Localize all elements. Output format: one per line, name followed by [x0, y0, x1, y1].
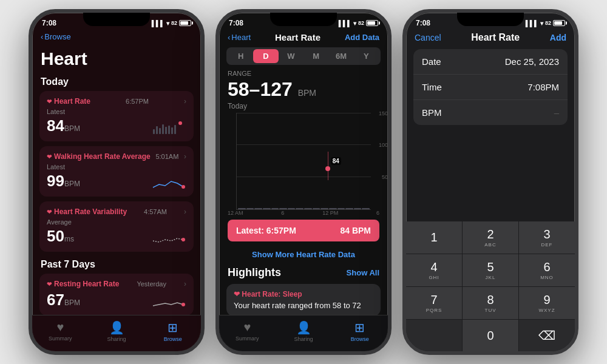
notch-2	[270, 13, 337, 26]
svg-point-11	[181, 303, 185, 306]
svg-rect-4	[165, 127, 167, 134]
tab-bar-2: ♥ Summary 👤 Sharing ⊞ Browse	[219, 315, 388, 351]
nav-bar-1: ‹ Browse	[32, 31, 201, 45]
tab-H[interactable]: H	[228, 49, 253, 63]
tab-6M[interactable]: 6M	[328, 49, 353, 63]
form-section: Date Dec 25, 2023 Time 7:08PM BPM –	[413, 49, 568, 125]
tab-W[interactable]: W	[279, 49, 304, 63]
cancel-button[interactable]: Cancel	[415, 33, 441, 42]
key-backspace[interactable]: ⌫	[519, 320, 575, 351]
phone-add: 7:08 ▌▌▌ ▾ 82 Cancel Heart Rate Add Date…	[402, 9, 578, 355]
svg-rect-7	[174, 125, 176, 134]
form-row-time[interactable]: Time 7:08PM	[413, 75, 568, 100]
key-3[interactable]: 3 DEF	[519, 221, 575, 254]
svg-rect-0	[153, 129, 155, 134]
highlights-header: Highlights Show All	[219, 264, 388, 281]
highlight-card-text: Your heart rate ranged from 58 to 72	[234, 301, 373, 310]
status-time-1: 7:08	[42, 19, 56, 27]
nav-bar-3: Cancel Heart Rate Add	[406, 31, 575, 49]
back-button-1[interactable]: ‹ Browse	[41, 32, 71, 41]
show-all-button[interactable]: Show All	[347, 268, 379, 277]
mini-chart-hr	[150, 117, 186, 135]
notch-3	[457, 13, 524, 26]
form-row-bpm[interactable]: BPM –	[413, 100, 568, 125]
date-label: Date	[422, 56, 441, 67]
tab-label-sharing-1: Sharing	[107, 336, 126, 342]
key-6[interactable]: 6 MNO	[519, 254, 575, 286]
add-data-button[interactable]: Add Data	[345, 33, 379, 42]
chart-dot-label: 84	[331, 157, 341, 165]
page-title-1: Heart	[32, 45, 201, 74]
show-more-button[interactable]: Show More Heart Rate Data	[219, 245, 388, 264]
bpm-placeholder: –	[554, 107, 559, 118]
add-button-3[interactable]: Add	[550, 33, 566, 42]
key-5[interactable]: 5 JKL	[463, 254, 518, 286]
tab-sharing-1[interactable]: 👤 Sharing	[89, 320, 145, 342]
bpm-label: BPM	[422, 107, 442, 118]
key-1[interactable]: 1	[406, 221, 462, 254]
status-icons-2: ▌▌▌ ▾ 82	[339, 20, 378, 27]
card-row-hr: Latest 84BPM	[47, 108, 186, 135]
tab-browse-1[interactable]: ⊞ Browse	[144, 320, 201, 342]
metric-block-hr: Latest 84BPM	[47, 108, 80, 135]
highlight-card[interactable]: ❤ Heart Rate: Sleep Your heart rate rang…	[226, 284, 381, 316]
hrv-card[interactable]: ❤ Heart Rate Variability 4:57AM › Averag…	[39, 201, 194, 252]
svg-point-10	[181, 238, 185, 241]
card-title-hr: ❤ Heart Rate	[47, 97, 90, 106]
tab-label-summary-1: Summary	[49, 335, 72, 342]
chart-container: 150 100 50	[228, 113, 379, 216]
key-0[interactable]: 0	[463, 320, 518, 351]
notch	[83, 13, 150, 26]
nav-title-2: Heart Rate	[275, 32, 320, 42]
tab-summary-2[interactable]: ♥ Summary	[219, 320, 276, 342]
range-value: 58–127 BPM	[219, 78, 388, 101]
past7-label: Past 7 Days	[32, 257, 201, 274]
resting-hr-card[interactable]: ❤ Resting Heart Rate Yesterday › 67BPM	[39, 274, 194, 315]
latest-value: 84 BPM	[340, 226, 371, 235]
walking-hr-card[interactable]: ❤ Walking Heart Rate Average 5:01AM › La…	[39, 146, 194, 197]
key-9[interactable]: 9 WXYZ	[519, 287, 575, 319]
mini-chart-hrv	[150, 228, 186, 246]
svg-rect-1	[156, 126, 158, 134]
numpad: 1 2 ABC 3 DEF 4 GHI 5 JKL 6	[406, 221, 575, 351]
metric-unit-hr: BPM	[64, 124, 80, 133]
tab-label-browse-1: Browse	[164, 336, 182, 342]
key-7[interactable]: 7 PQRS	[406, 287, 462, 319]
phones-container: 7:08 ▌▌▌ ▾ 82 ‹ Browse Heart Today ❤ Hea…	[29, 9, 578, 355]
latest-time: Latest: 6:57PM	[236, 226, 296, 235]
battery-icon-1	[179, 20, 191, 26]
browse-icon-1: ⊞	[168, 320, 178, 335]
svg-rect-5	[168, 126, 170, 134]
numpad-grid: 1 2 ABC 3 DEF 4 GHI 5 JKL 6	[406, 221, 575, 351]
screen-1: ‹ Browse Heart Today ❤ Heart Rate 6:57PM…	[32, 31, 201, 355]
heart-icon-hr: ❤	[47, 98, 52, 105]
heart-rate-chart: 150 100 50	[236, 113, 371, 210]
time-label: Time	[422, 82, 442, 92]
wifi-icon: ▾	[166, 20, 169, 27]
key-empty	[406, 320, 462, 351]
battery-label-1: 82	[171, 20, 177, 26]
mini-chart-rhr	[150, 291, 186, 309]
card-header-hr: ❤ Heart Rate 6:57PM ›	[47, 97, 186, 106]
phone-chart: 7:08 ▌▌▌ ▾ 82 ‹ Heart Heart Rate Add Dat…	[215, 9, 392, 355]
form-row-date[interactable]: Date Dec 25, 2023	[413, 49, 568, 75]
key-8[interactable]: 8 TUV	[463, 287, 518, 319]
key-4[interactable]: 4 GHI	[406, 254, 462, 286]
tab-Y[interactable]: Y	[354, 49, 379, 63]
heart-rate-card[interactable]: ❤ Heart Rate 6:57PM › Latest 84BPM	[39, 91, 194, 141]
nav-title-3: Heart Rate	[471, 32, 520, 43]
phone-heart: 7:08 ▌▌▌ ▾ 82 ‹ Browse Heart Today ❤ Hea…	[29, 9, 205, 355]
svg-rect-3	[162, 124, 164, 134]
time-value: 7:08PM	[527, 82, 559, 92]
highlight-card-title: ❤ Heart Rate: Sleep	[234, 290, 373, 298]
key-2[interactable]: 2 ABC	[463, 221, 518, 254]
back-button-2[interactable]: ‹ Heart	[228, 33, 251, 42]
tab-summary-1[interactable]: ♥ Summary	[32, 320, 89, 342]
tab-browse-2[interactable]: ⊞ Browse	[331, 320, 388, 342]
tab-M[interactable]: M	[304, 49, 328, 63]
signal-icon: ▌▌▌	[152, 20, 164, 27]
svg-point-8	[178, 121, 182, 125]
tab-sharing-2[interactable]: 👤 Sharing	[276, 320, 332, 342]
latest-badge: Latest: 6:57PM 84 BPM	[228, 220, 379, 241]
tab-D[interactable]: D	[253, 49, 278, 63]
